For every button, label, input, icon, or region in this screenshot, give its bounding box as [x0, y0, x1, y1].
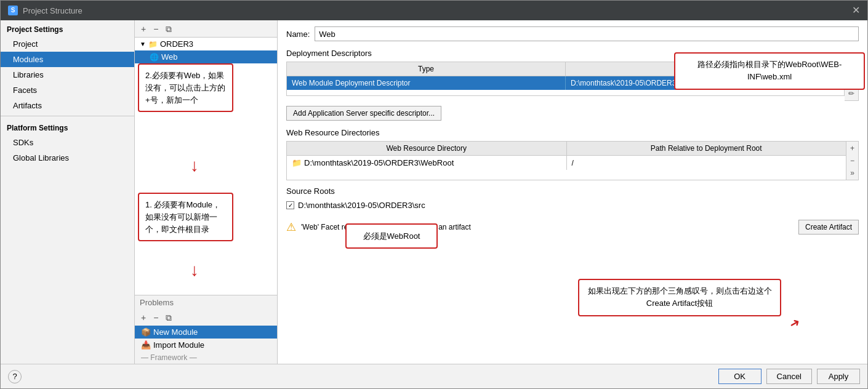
source-roots-title: Source Roots: [286, 186, 859, 196]
tree-area: ▼ 📁 ORDER3 🌐 Web: [135, 38, 277, 295]
framework-label: — Framework —: [141, 353, 197, 362]
tree-item-framework: — Framework —: [135, 351, 277, 364]
remove-button[interactable]: −: [151, 23, 161, 34]
project-structure-dialog: S Project Structure ✕ Project Settings P…: [0, 0, 868, 389]
new-module-icon: 📦: [141, 327, 151, 337]
deployment-side-buttons: + − ✏: [845, 62, 859, 101]
cancel-button[interactable]: Cancel: [766, 369, 812, 384]
sidebar-item-facets[interactable]: Facets: [1, 82, 134, 98]
deployment-table: Type Path Web Module Deployment Descript…: [286, 62, 845, 96]
help-button[interactable]: ?: [8, 370, 22, 383]
middle-toolbar: + − ⧉: [135, 20, 277, 38]
bottom-toolbar: + − ⧉: [135, 310, 277, 326]
platform-settings-header: Platform Settings: [1, 119, 134, 135]
tree-item-label: ORDER3: [160, 39, 193, 49]
path-cell: D:\monthtask\2019-05\ORDER3\WebRoot\WEB-…: [566, 76, 844, 90]
bottom-remove-btn[interactable]: −: [151, 312, 161, 323]
folder-icon: 📁: [148, 40, 158, 49]
copy-button[interactable]: ⧉: [163, 23, 174, 34]
right-panel: Name: Deployment Descriptors Type Path W…: [278, 20, 867, 364]
title-bar: S Project Structure ✕: [1, 1, 867, 20]
tree-item-import-module[interactable]: 📥 Import Module: [135, 339, 277, 351]
new-module-label: New Module: [153, 327, 198, 337]
bottom-tree-items: 📦 New Module 📥 Import Module — Framework…: [135, 326, 277, 364]
web-res-remove-btn[interactable]: −: [848, 155, 857, 166]
name-input[interactable]: [315, 26, 859, 41]
bottom-copy-btn[interactable]: ⧉: [163, 312, 174, 323]
deployment-add-btn[interactable]: +: [846, 63, 857, 74]
nav-area: Project Settings Project Modules Librari…: [1, 20, 134, 364]
bottom-section: Problems + − ⧉ 📦 New Module 📥 Import Mod…: [135, 295, 277, 364]
middle-panel: + − ⧉ ▼ 📁 ORDER3 🌐 Web Problems: [135, 20, 278, 364]
web-dir-cell: 📁 D:\monthtask\2019-05\ORDER3\WebRoot: [287, 156, 567, 170]
create-artifact-button[interactable]: Create Artifact: [798, 220, 859, 235]
import-module-label: Import Module: [153, 340, 204, 350]
type-column-header: Type: [287, 62, 566, 76]
warning-icon: ⚠: [286, 220, 296, 234]
callout-create-artifact: 如果出现左下方的那个三角感叹号，则点击右边这个 Create Artifact按…: [578, 279, 781, 316]
path-column-header: Path: [566, 62, 844, 76]
dialog-title: Project Structure: [23, 6, 82, 15]
path-rel-column-header: Path Relative to Deployment Root: [567, 142, 846, 155]
warning-text: 'Web' Facet resources are not included i…: [301, 223, 471, 231]
dialog-footer: ? OK Cancel Apply: [1, 364, 867, 388]
arrow-to-create-artifact: ➜: [786, 314, 803, 332]
type-cell: Web Module Deployment Descriptor: [287, 76, 566, 90]
web-resource-header: Web Resource Directory Path Relative to …: [287, 142, 846, 156]
problems-label: Problems: [140, 298, 174, 307]
tree-item-web[interactable]: 🌐 Web: [135, 50, 277, 63]
deployment-edit-btn[interactable]: ✏: [846, 88, 857, 99]
separator: [1, 116, 134, 116]
tree-arrow: ▼: [140, 41, 146, 47]
tree-item-label: Web: [161, 52, 178, 62]
source-checkbox[interactable]: ✓: [286, 201, 294, 209]
web-resource-container: Web Resource Directory Path Relative to …: [286, 141, 859, 180]
right-content: Name: Deployment Descriptors Type Path W…: [278, 20, 867, 364]
web-dir-column-header: Web Resource Directory: [287, 142, 567, 155]
web-resource-side-buttons: + − »: [846, 141, 859, 180]
web-resource-table: Web Resource Directory Path Relative to …: [286, 141, 846, 180]
close-button[interactable]: ✕: [852, 6, 860, 15]
name-row: Name:: [286, 26, 859, 41]
sidebar-item-project[interactable]: Project: [1, 36, 134, 52]
ok-button[interactable]: OK: [718, 369, 762, 384]
web-res-edit-btn[interactable]: »: [848, 167, 857, 178]
web-res-add-btn[interactable]: +: [848, 143, 857, 154]
web-resource-row[interactable]: 📁 D:\monthtask\2019-05\ORDER3\WebRoot /: [287, 156, 846, 170]
left-panel: Project Settings Project Modules Librari…: [1, 20, 135, 364]
sidebar-item-global-libraries[interactable]: Global Libraries: [1, 150, 134, 166]
add-button[interactable]: +: [139, 23, 148, 34]
problems-header: Problems: [135, 295, 277, 310]
deployment-remove-btn[interactable]: −: [846, 76, 857, 87]
apply-button[interactable]: Apply: [817, 369, 860, 384]
path-rel-cell: /: [567, 156, 846, 170]
sidebar-item-modules[interactable]: Modules: [1, 52, 134, 67]
dialog-body: Project Settings Project Modules Librari…: [1, 20, 867, 364]
tree-item-order3[interactable]: ▼ 📁 ORDER3: [135, 38, 277, 50]
add-server-btn[interactable]: Add Application Server specific descript…: [286, 106, 441, 121]
project-settings-header: Project Settings: [1, 20, 134, 36]
sidebar-item-artifacts[interactable]: Artifacts: [1, 98, 134, 113]
title-bar-left: S Project Structure: [8, 6, 82, 15]
source-roots-section: Source Roots ✓ D:\monthtask\2019-05\ORDE…: [286, 186, 859, 211]
deployment-table-row[interactable]: Web Module Deployment Descriptor D:\mont…: [287, 76, 844, 90]
web-resources-title: Web Resource Directories: [286, 128, 859, 137]
warning-row: ⚠ 'Web' Facet resources are not included…: [286, 216, 859, 238]
web-icon: 🌐: [150, 53, 159, 62]
deployment-table-header: Type Path: [287, 62, 844, 76]
bottom-add-btn[interactable]: +: [139, 312, 148, 323]
tree-item-new-module[interactable]: 📦 New Module: [135, 326, 277, 339]
import-module-icon: 📥: [141, 340, 151, 350]
folder-icon: 📁: [292, 158, 302, 167]
sidebar-item-sdks[interactable]: SDKs: [1, 135, 134, 150]
source-path: D:\monthtask\2019-05\ORDER3\src: [298, 201, 425, 210]
source-row: ✓ D:\monthtask\2019-05\ORDER3\src: [286, 199, 859, 211]
name-label: Name:: [286, 30, 310, 39]
deployment-table-container: Type Path Web Module Deployment Descript…: [286, 62, 859, 101]
deployment-descriptors-title: Deployment Descriptors: [286, 49, 859, 58]
app-icon: S: [8, 6, 18, 15]
sidebar-item-libraries[interactable]: Libraries: [1, 67, 134, 82]
